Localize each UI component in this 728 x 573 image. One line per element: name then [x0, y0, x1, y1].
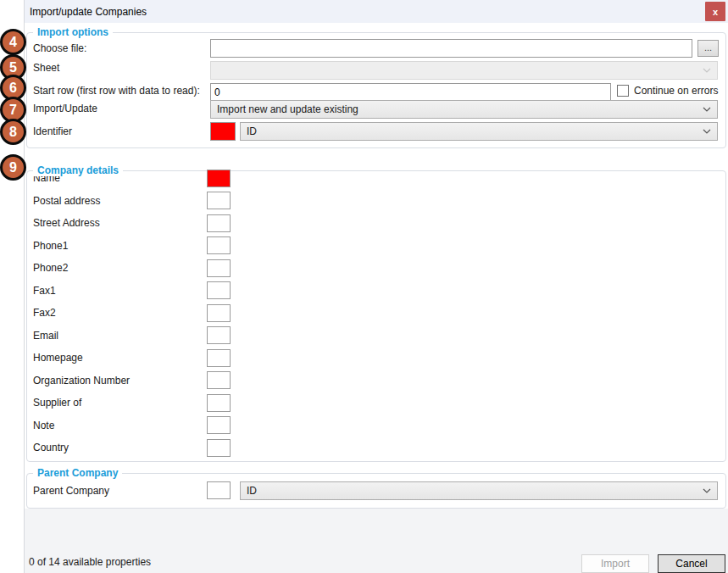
company-field-mapping-box[interactable] — [207, 214, 231, 232]
company-field-mapping-box[interactable] — [207, 170, 231, 187]
company-field-row: Phone2 — [33, 257, 304, 280]
company-field-mapping-box[interactable] — [207, 371, 231, 389]
group-company-details-header: Company details — [33, 164, 123, 176]
company-field-row: Supplier of — [33, 392, 304, 414]
start-row-input[interactable] — [210, 83, 611, 102]
identifier-mapping-box[interactable] — [210, 122, 236, 141]
company-field-label: Postal address — [33, 195, 100, 207]
identifier-label: Identifier — [33, 125, 72, 137]
choose-file-label: Choose file: — [33, 42, 86, 54]
choose-file-input[interactable] — [210, 39, 692, 58]
company-field-row: Postal address — [33, 190, 304, 213]
chevron-down-icon — [703, 488, 711, 493]
chevron-down-icon — [703, 107, 711, 112]
company-field-label: Note — [33, 420, 54, 431]
company-field-mapping-box[interactable] — [207, 281, 231, 299]
company-field-row: Phone1 — [33, 235, 304, 258]
annotation-badge-4: 4 — [0, 29, 26, 55]
group-parent-company-header: Parent Company — [33, 467, 122, 479]
company-field-label: Homepage — [33, 352, 83, 364]
company-field-mapping-box[interactable] — [207, 304, 231, 322]
chevron-down-icon — [703, 68, 711, 73]
company-fields: Name Postal address Street Address Phone… — [33, 167, 304, 459]
company-field-label: Country — [33, 442, 69, 453]
continue-on-errors-checkbox[interactable] — [617, 85, 629, 97]
company-field-mapping-box[interactable] — [207, 394, 231, 412]
company-field-label: Phone1 — [33, 240, 68, 252]
company-field-label: Organization Number — [33, 375, 130, 387]
import-update-label: Import/Update — [33, 103, 97, 114]
parent-company-mapping-box[interactable] — [207, 481, 231, 499]
annotation-badge-8: 8 — [0, 119, 26, 145]
company-field-label: Email — [33, 330, 58, 342]
parent-company-label: Parent Company — [33, 485, 109, 497]
company-field-row: Country — [33, 437, 304, 459]
company-field-row: Fax2 — [33, 302, 304, 325]
parent-company-dropdown-value: ID — [247, 485, 257, 497]
company-field-label: Fax2 — [33, 307, 56, 319]
company-field-label: Phone2 — [33, 262, 68, 274]
company-field-mapping-box[interactable] — [207, 192, 231, 209]
start-row-label: Start row (first row with data to read): — [33, 85, 200, 97]
sheet-label: Sheet — [33, 62, 59, 74]
import-update-dropdown-value: Import new and update existing — [217, 103, 358, 115]
identifier-dropdown[interactable]: ID — [240, 122, 718, 141]
annotation-badge-9: 9 — [0, 154, 26, 181]
browse-button[interactable]: ... — [697, 40, 719, 57]
company-field-mapping-box[interactable] — [207, 439, 231, 457]
window-title: Import/update Companies — [25, 6, 147, 18]
parent-company-dropdown[interactable]: ID — [240, 481, 718, 500]
company-field-mapping-box[interactable] — [207, 259, 231, 277]
company-field-mapping-box[interactable] — [207, 416, 231, 434]
company-field-label: Fax1 — [33, 285, 56, 297]
company-field-row: Organization Number — [33, 370, 304, 392]
company-field-row: Note — [33, 414, 304, 437]
company-field-row: Street Address — [33, 212, 304, 235]
close-icon[interactable]: x — [705, 2, 725, 21]
continue-on-errors-label: Continue on errors — [634, 85, 718, 97]
company-field-label: Supplier of — [33, 397, 81, 409]
import-update-dropdown[interactable]: Import new and update existing — [210, 100, 718, 119]
status-text: 0 of 14 available properties — [29, 556, 151, 568]
group-import-options-header: Import options — [33, 26, 113, 38]
import-update-companies-dialog: Import/update Companies x Import options… — [24, 0, 728, 573]
title-bar: Import/update Companies x — [25, 0, 728, 23]
identifier-dropdown-value: ID — [247, 125, 257, 137]
company-field-label: Street Address — [33, 217, 100, 229]
import-button[interactable]: Import — [581, 554, 649, 573]
company-field-row: Homepage — [33, 347, 304, 370]
cancel-button[interactable]: Cancel — [658, 554, 725, 573]
company-field-row: Fax1 — [33, 280, 304, 303]
company-field-mapping-box[interactable] — [207, 326, 231, 344]
company-field-mapping-box[interactable] — [207, 349, 231, 367]
company-field-mapping-box[interactable] — [207, 236, 231, 254]
chevron-down-icon — [703, 129, 711, 134]
company-field-row: Email — [33, 325, 304, 348]
sheet-dropdown[interactable] — [210, 61, 718, 80]
